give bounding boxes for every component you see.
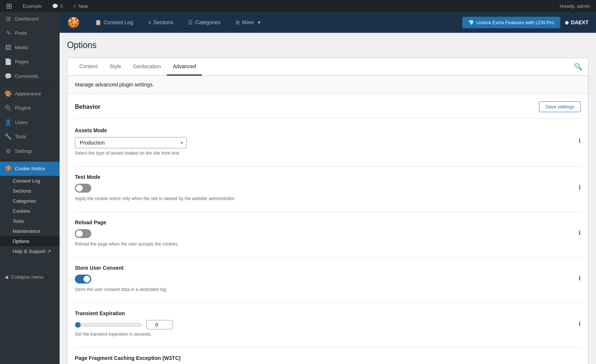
submenu-tools[interactable]: Tools bbox=[0, 216, 60, 226]
nav-more-label: More bbox=[242, 19, 254, 25]
assets-mode-select[interactable]: Production Development bbox=[75, 137, 187, 148]
nav-categories[interactable]: ☰ Categories bbox=[185, 18, 224, 27]
sidebar-item-appearance[interactable]: 🎨 Appearance bbox=[0, 87, 60, 101]
collapse-menu-button[interactable]: ◀ Collapse menu bbox=[0, 271, 60, 283]
sidebar-item-users[interactable]: 👤 Users bbox=[0, 115, 60, 130]
site-name-item[interactable]: Example bbox=[20, 0, 45, 12]
tab-style[interactable]: Style bbox=[104, 58, 127, 76]
page-fragment-setting: Page Fragment Caching Exception (W3TC) bbox=[75, 355, 581, 361]
test-mode-row: Apply the cookie notice only when the si… bbox=[75, 184, 581, 201]
store-user-consent-toggle[interactable] bbox=[75, 275, 91, 284]
test-mode-content: Apply the cookie notice only when the si… bbox=[75, 184, 573, 201]
unlock-button[interactable]: 💎 Unlock Extra Features with LCN Pro bbox=[462, 17, 560, 28]
transient-expiration-label: Transient Expiration bbox=[75, 310, 581, 316]
settings-section: Behavior Save settings Assets Mode Produ… bbox=[67, 94, 588, 364]
transient-expiration-info-icon[interactable]: ℹ bbox=[578, 320, 581, 327]
separator-2 bbox=[75, 212, 581, 212]
new-item[interactable]: + New bbox=[70, 0, 91, 12]
submenu-options[interactable]: Options bbox=[0, 236, 60, 246]
more-dropdown-icon: ▾ bbox=[258, 19, 260, 25]
tab-advanced[interactable]: Advanced bbox=[167, 58, 202, 76]
unlock-label: Unlock Extra Features with LCN Pro bbox=[476, 20, 554, 25]
submenu-categories[interactable]: Categories bbox=[0, 196, 60, 206]
transient-expiration-content: Set the transient expiration in seconds. bbox=[75, 320, 573, 337]
sidebar-item-plugins[interactable]: 🔌 Plugins bbox=[0, 101, 60, 115]
site-name-label: Example bbox=[23, 3, 42, 9]
save-settings-button[interactable]: Save settings bbox=[539, 101, 581, 112]
sidebar-item-label: Users bbox=[15, 119, 28, 126]
more-icon: ⊞ bbox=[235, 19, 240, 25]
transient-expiration-number[interactable] bbox=[146, 320, 172, 329]
test-mode-toggle[interactable] bbox=[75, 184, 91, 193]
store-user-consent-description: Store the user consent data in a dedicat… bbox=[75, 287, 573, 292]
settings-header: Behavior Save settings bbox=[75, 101, 581, 118]
sidebar-item-pages[interactable]: 📄 Pages bbox=[0, 55, 60, 69]
daext-logo-icon: ◈ bbox=[565, 19, 569, 25]
sidebar-item-settings[interactable]: ⚙ Settings bbox=[0, 144, 60, 158]
appearance-icon: 🎨 bbox=[4, 90, 12, 98]
assets-mode-info-icon[interactable]: ℹ bbox=[578, 137, 581, 144]
store-user-consent-setting: Store User Consent Store the user consen… bbox=[75, 265, 581, 292]
wp-icon: ⊞ bbox=[6, 1, 12, 10]
sidebar-item-media[interactable]: 🖼 Media bbox=[0, 41, 60, 55]
comments-count: 0 bbox=[60, 3, 63, 9]
nav-more[interactable]: ⊞ More ▾ bbox=[232, 18, 263, 27]
sidebar-item-dashboard[interactable]: ⊞ Dashboard bbox=[0, 12, 60, 26]
tabs-bar: Content Style Geolocation Advanced 🔍 bbox=[67, 58, 588, 76]
submenu-sections[interactable]: Sections bbox=[0, 186, 60, 196]
store-user-consent-info-icon[interactable]: ℹ bbox=[578, 275, 581, 282]
page-fragment-label: Page Fragment Caching Exception (W3TC) bbox=[75, 355, 581, 361]
categories-icon: ☰ bbox=[188, 19, 193, 25]
sidebar-item-comments[interactable]: 💬 Comments bbox=[0, 69, 60, 83]
test-mode-info-icon[interactable]: ℹ bbox=[578, 184, 581, 191]
tools-icon: 🔧 bbox=[4, 133, 12, 141]
sidebar: ⊞ Dashboard ✎ Posts 🖼 Media 📄 Pages 💬 Co… bbox=[0, 12, 60, 364]
submenu-consent-log[interactable]: Consent Log bbox=[0, 176, 60, 186]
test-mode-slider bbox=[75, 184, 91, 193]
behavior-title: Behavior bbox=[75, 104, 100, 110]
transient-expiration-slider[interactable] bbox=[75, 322, 142, 328]
comments-item[interactable]: 💬 0 bbox=[49, 0, 66, 12]
sidebar-item-label: Tools bbox=[15, 133, 26, 140]
sidebar-item-tools[interactable]: 🔧 Tools bbox=[0, 130, 60, 144]
nav-consent-log-label: Consent Log bbox=[104, 19, 133, 25]
sidebar-item-cookie-notice[interactable]: 🍪 Cookie Notice bbox=[0, 162, 60, 176]
sidebar-item-label: Comments bbox=[15, 73, 38, 80]
plugins-icon: 🔌 bbox=[4, 104, 12, 112]
plugin-logo-icon: 🍪 bbox=[67, 16, 80, 29]
sidebar-item-label: Settings bbox=[15, 148, 32, 155]
tab-geolocation[interactable]: Geolocation bbox=[127, 58, 167, 76]
transient-expiration-row: Set the transient expiration in seconds.… bbox=[75, 320, 581, 337]
nav-categories-label: Categories bbox=[195, 19, 221, 25]
search-icon[interactable]: 🔍 bbox=[574, 63, 582, 71]
submenu-cookies[interactable]: Cookies bbox=[0, 206, 60, 216]
reload-page-toggle[interactable] bbox=[75, 229, 91, 238]
transient-expiration-range-row bbox=[75, 320, 573, 329]
options-card: Content Style Geolocation Advanced 🔍 Man… bbox=[67, 58, 589, 364]
sidebar-item-label: Appearance bbox=[15, 91, 41, 97]
menu-separator-1 bbox=[0, 85, 60, 85]
assets-mode-description: Select the type of assets loaded on the … bbox=[75, 151, 573, 156]
nav-consent-log[interactable]: 📋 Consent Log bbox=[92, 18, 136, 27]
nav-sections[interactable]: ≡ Sections bbox=[145, 18, 176, 27]
submenu-help-support[interactable]: Help & Support ↗ bbox=[0, 246, 60, 256]
sidebar-item-posts[interactable]: ✎ Posts bbox=[0, 26, 60, 40]
daext-label: DAEXT bbox=[571, 19, 589, 25]
reload-page-info-icon[interactable]: ℹ bbox=[578, 229, 581, 236]
transient-expiration-description: Set the transient expiration in seconds. bbox=[75, 332, 573, 337]
diamond-icon: 💎 bbox=[468, 20, 474, 25]
store-user-consent-content: Store the user consent data in a dedicat… bbox=[75, 275, 573, 292]
settings-icon: ⚙ bbox=[4, 147, 12, 155]
admin-bar: ⊞ Example 💬 0 + New Howdy, admin bbox=[0, 0, 596, 12]
adminbar-right: Howdy, admin bbox=[557, 3, 593, 9]
wp-logo[interactable]: ⊞ bbox=[3, 0, 15, 12]
tab-content[interactable]: Content bbox=[73, 58, 104, 76]
reload-page-row: Reload the page when the user accepts th… bbox=[75, 229, 581, 247]
separator-5 bbox=[75, 347, 581, 348]
plugin-topbar: 🍪 📋 Consent Log ≡ Sections ☰ Categories … bbox=[60, 12, 596, 33]
reload-page-description: Reload the page when the user accepts th… bbox=[75, 241, 573, 247]
submenu-maintenance[interactable]: Maintenance bbox=[0, 226, 60, 236]
daext-brand: ◈ DAEXT bbox=[565, 19, 589, 25]
reload-page-content: Reload the page when the user accepts th… bbox=[75, 229, 573, 247]
nav-sections-label: Sections bbox=[153, 19, 174, 25]
